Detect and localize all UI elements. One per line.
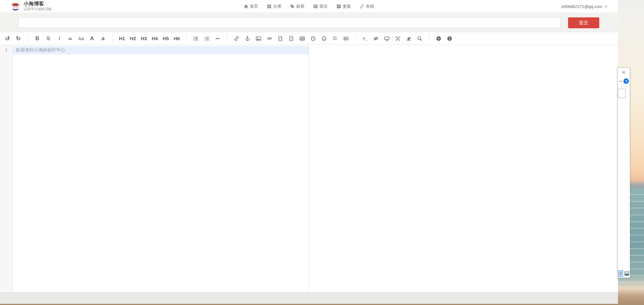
fullscreen-icon — [395, 36, 400, 41]
list-view-icon[interactable] — [618, 270, 623, 277]
toolbar-link-button[interactable] — [232, 34, 241, 43]
nav-item-home[interactable]: 首页 — [244, 4, 258, 9]
toolbar-anchor-button[interactable] — [243, 34, 252, 43]
image-view-icon[interactable] — [624, 271, 629, 276]
toolbar-h5-button[interactable]: H5 — [161, 34, 171, 43]
code-block-icon — [289, 36, 294, 41]
toolbar-quote-button[interactable]: “ — [65, 34, 75, 43]
toolbar-fullscreen-button[interactable] — [393, 34, 403, 43]
toolbar-h4-button[interactable]: H4 — [150, 34, 160, 43]
toolbar-search-button[interactable] — [415, 34, 425, 43]
markdown-source-pane[interactable]: 1 欢迎来到小海的创作中心 — [0, 45, 309, 292]
nav-item-label: 首页 — [250, 4, 258, 9]
toolbar-lowercase-button[interactable]: a — [98, 34, 108, 43]
toolbar-strikethrough-button[interactable]: S — [43, 34, 53, 43]
nav-item-label: 更新 — [343, 4, 351, 9]
nav-item-updates[interactable]: 更新 — [337, 4, 351, 9]
nav-item-label: 分类 — [273, 4, 282, 9]
compose-title-row: 提交 — [0, 13, 618, 32]
line-number-gutter: 1 — [0, 45, 13, 292]
toolbar-separator — [186, 35, 186, 42]
lowercase-icon: a — [101, 35, 104, 42]
nav-item-label: 留言 — [320, 4, 328, 9]
italic-icon: I — [59, 35, 60, 42]
post-title-input[interactable] — [18, 17, 561, 28]
site-brand[interactable]: 小海博客 记录学习成长历程 — [11, 1, 52, 11]
list-ol-icon: 123 — [204, 36, 209, 41]
toolbar-preview-button[interactable] — [382, 34, 392, 43]
toolbar-list-ul-button[interactable] — [191, 34, 201, 43]
home-icon — [244, 4, 248, 9]
h5-icon: H5 — [163, 36, 169, 41]
update-icon — [337, 4, 341, 9]
toolbar-preformatted-text-button[interactable] — [275, 34, 285, 43]
toolbar-h3-button[interactable]: H3 — [139, 34, 149, 43]
toolbar-goto-line-button[interactable]: >_ — [360, 34, 370, 43]
nav-item-label: 友链 — [366, 4, 374, 9]
submit-button[interactable]: 提交 — [568, 17, 599, 28]
toolbar-uppercase-button[interactable]: A — [87, 34, 97, 43]
toolbar-emoji-button[interactable] — [319, 34, 329, 43]
toolbar-code-button[interactable]: </> — [265, 34, 274, 43]
toolbar-watch-button[interactable] — [371, 34, 381, 43]
toolbar-italic-button[interactable]: I — [54, 34, 64, 43]
toolbar-separator — [112, 35, 113, 42]
preview-icon — [384, 36, 389, 41]
h2-icon: H2 — [130, 36, 136, 41]
chevron-down-icon[interactable] — [619, 80, 622, 83]
emoji-icon — [322, 36, 327, 41]
help-icon[interactable]: ? — [623, 78, 629, 84]
extension-panel: × ? — [617, 67, 630, 278]
line-number: 1 — [0, 46, 13, 54]
panel-controls-row: ? — [618, 76, 630, 87]
h3-icon: H3 — [141, 36, 147, 41]
toolbar-code-block-button[interactable] — [286, 34, 296, 43]
friend-link-icon — [360, 4, 364, 9]
nav-item-label: 标签 — [296, 4, 305, 9]
toolbar-list-ol-button[interactable]: 123 — [202, 34, 211, 43]
code-area[interactable]: 欢迎来到小海的创作中心 — [13, 45, 309, 292]
markdown-preview-pane[interactable] — [309, 45, 618, 292]
watch-icon — [373, 36, 378, 41]
site-title: 小海博客 — [23, 1, 52, 7]
toolbar-table-button[interactable] — [297, 34, 307, 43]
account-email: zh56462271@qq.com — [561, 4, 602, 9]
toolbar-clear-button[interactable] — [404, 34, 414, 43]
toolbar-redo-button[interactable]: ↻ — [14, 34, 23, 43]
help-icon: ? — [436, 36, 441, 41]
active-line[interactable]: 欢迎来到小海的创作中心 — [13, 46, 309, 54]
main-nav: 首页分类标签留言更新友链 — [244, 0, 374, 13]
panel-view-toggles — [618, 270, 630, 277]
datetime-icon — [311, 36, 316, 41]
toolbar-separator — [28, 35, 28, 42]
nav-item-tags[interactable]: 标签 — [290, 4, 305, 9]
account-menu[interactable]: zh56462271@qq.com — [561, 0, 608, 13]
svg-text:?: ? — [438, 37, 440, 40]
toolbar-html-entities-button[interactable]: © — [330, 34, 340, 43]
pagebreak-icon — [343, 36, 349, 41]
nav-item-categories[interactable]: 分类 — [267, 4, 282, 9]
editor-toolbar: ↺↻BSI“AaAaH1H2H3H4H5H6123</>©>_? — [0, 32, 618, 45]
toolbar-h1-button[interactable]: H1 — [117, 34, 127, 43]
toolbar-info-button[interactable] — [445, 34, 454, 43]
close-icon[interactable]: × — [621, 69, 627, 76]
panel-input[interactable] — [618, 89, 626, 98]
nav-item-friend-links[interactable]: 友链 — [360, 4, 374, 9]
toolbar-image-button[interactable] — [254, 34, 263, 43]
toolbar-ucwords-button[interactable]: Aa — [76, 34, 86, 43]
site-header: 小海博客 记录学习成长历程 首页分类标签留言更新友链 zh56462271@qq… — [0, 0, 618, 13]
link-icon — [234, 36, 239, 41]
quote-icon: “ — [68, 39, 72, 42]
nav-item-messages[interactable]: 留言 — [313, 4, 328, 9]
toolbar-pagebreak-button[interactable] — [341, 34, 351, 43]
info-icon — [447, 36, 452, 41]
toolbar-bold-button[interactable]: B — [33, 34, 42, 43]
toolbar-datetime-button[interactable] — [308, 34, 318, 43]
toolbar-undo-button[interactable]: ↺ — [3, 34, 12, 43]
toolbar-hr-button[interactable] — [213, 34, 222, 43]
toolbar-h6-button[interactable]: H6 — [172, 34, 182, 43]
toolbar-h2-button[interactable]: H2 — [128, 34, 138, 43]
markdown-editor: 1 欢迎来到小海的创作中心 — [0, 45, 618, 293]
h4-icon: H4 — [152, 36, 158, 41]
toolbar-help-button[interactable]: ? — [434, 34, 443, 43]
